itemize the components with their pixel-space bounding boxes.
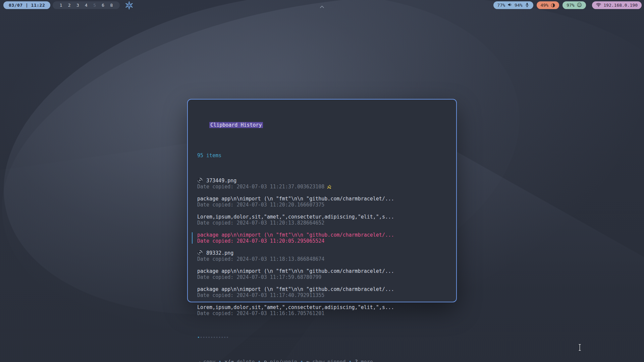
pin-icon xyxy=(324,184,331,190)
page-dot: • xyxy=(223,335,226,340)
brightness-widget[interactable]: 49% ◑ xyxy=(537,1,559,9)
page-dot: • xyxy=(208,335,210,340)
ip-address: 192.168.0.190 xyxy=(603,3,638,8)
workspaces-widget: 1234568 xyxy=(53,1,120,9)
battery-widget[interactable]: 97% ☺ xyxy=(562,1,586,9)
status-bar: 03/07 | 11:22 1234568 77% 94% xyxy=(0,0,644,10)
workspace-5[interactable]: 5 xyxy=(93,3,96,8)
help-key: ⇆ xyxy=(306,359,309,362)
help-separator: • xyxy=(346,359,355,362)
speaker-icon xyxy=(507,2,512,8)
status-widgets: 77% 94% 49% ◑ 97% ☺ 192.168.0.190 xyxy=(493,1,642,9)
help-separator: • xyxy=(255,359,264,362)
clipboard-item[interactable]: package app\n\nimport (\n "fmt"\n\n "git… xyxy=(197,232,448,244)
volume-value: 77% xyxy=(497,3,505,8)
page-dot: • xyxy=(213,335,216,340)
workspace-4[interactable]: 4 xyxy=(85,3,88,8)
help-key: ↵ xyxy=(197,359,200,362)
item-text: Lorem,ipsum,dolor,sit,"amet,",consectetu… xyxy=(197,304,394,310)
help-label: show pinned xyxy=(309,359,345,362)
clock-label: 03/07 | 11:22 xyxy=(9,3,45,8)
wifi-icon xyxy=(596,3,601,8)
help-separator: • xyxy=(297,359,306,362)
nix-snowflake-icon[interactable] xyxy=(125,1,133,10)
item-text: Lorem,ipsum,dolor,sit,"amet,",consectetu… xyxy=(197,214,394,220)
battery-face-icon: ☺ xyxy=(577,3,582,8)
brightness-icon: ◑ xyxy=(551,3,555,8)
clipboard-window: Clipboard History 95 items 373449.pngDat… xyxy=(187,99,457,302)
item-text: 89332.png xyxy=(206,250,233,256)
image-file-icon xyxy=(197,178,206,184)
microphone-icon xyxy=(525,2,529,8)
mic-level-value: 94% xyxy=(515,3,522,8)
clipboard-item[interactable]: 373449.pngDate copied: 2024-07-03 11:21:… xyxy=(197,178,448,190)
help-key: ? xyxy=(355,359,358,362)
items-count: 95 items xyxy=(197,153,448,159)
item-date: Date copied: 2024-07-03 11:20:20.1666073… xyxy=(197,202,324,208)
help-label: delete xyxy=(233,359,255,362)
clipboard-item[interactable]: Lorem,ipsum,dolor,sit,"amet,",consectetu… xyxy=(197,304,448,316)
battery-value: 97% xyxy=(567,3,574,8)
item-date: Date copied: 2024-07-03 11:17:59.6878079… xyxy=(197,274,321,280)
workspace-6[interactable]: 6 xyxy=(102,3,104,8)
help-label: more xyxy=(358,359,373,362)
help-bar: ↵ copy • x/⌫ delete • p pin/unpin • ⇆ sh… xyxy=(197,359,448,362)
page-dot: • xyxy=(200,335,203,340)
help-key: x/⌫ xyxy=(224,359,233,362)
item-date: Date copied: 2024-07-03 11:18:13.8668486… xyxy=(197,256,324,262)
image-file-icon xyxy=(197,250,206,256)
brightness-value: 49% xyxy=(541,3,548,8)
help-label: copy xyxy=(200,359,215,362)
item-text: 373449.png xyxy=(206,178,236,184)
page-dot: • xyxy=(226,335,229,340)
ibeam-cursor xyxy=(578,344,582,352)
clipboard-item[interactable]: Lorem,ipsum,dolor,sit,"amet,",consectetu… xyxy=(197,214,448,226)
page-dot: • xyxy=(210,335,213,340)
help-separator: • xyxy=(215,359,224,362)
workspace-3[interactable]: 3 xyxy=(76,3,79,8)
page-dot: • xyxy=(216,335,218,340)
clipboard-item[interactable]: package app\n\nimport (\n "fmt"\n\n "git… xyxy=(197,196,448,208)
clock-widget[interactable]: 03/07 | 11:22 xyxy=(3,1,50,9)
chevron-up-icon[interactable] xyxy=(320,3,324,6)
clipboard-item[interactable]: package app\n\nimport (\n "fmt"\n\n "git… xyxy=(197,286,448,298)
item-date: Date copied: 2024-07-03 11:21:37.0036231… xyxy=(197,184,324,190)
workspace-8[interactable]: 8 xyxy=(110,3,113,8)
item-date: Date copied: 2024-07-03 11:16:16.7057612… xyxy=(197,310,324,316)
workspace-2[interactable]: 2 xyxy=(68,3,71,8)
help-key: p xyxy=(264,359,267,362)
network-widget[interactable]: 192.168.0.190 xyxy=(592,1,642,9)
item-text: package app\n\nimport (\n "fmt"\n\n "git… xyxy=(197,196,394,202)
workspace-1[interactable]: 1 xyxy=(60,3,62,8)
clipboard-item[interactable]: 89332.pngDate copied: 2024-07-03 11:18:1… xyxy=(197,250,448,262)
item-text: package app\n\nimport (\n "fmt"\n\n "git… xyxy=(197,268,394,274)
item-text: package app\n\nimport (\n "fmt"\n\n "git… xyxy=(197,232,394,238)
clipboard-list: 373449.pngDate copied: 2024-07-03 11:21:… xyxy=(197,178,448,316)
audio-widget[interactable]: 77% 94% xyxy=(493,1,533,9)
item-date: Date copied: 2024-07-03 11:20:13.8286646… xyxy=(197,220,324,226)
pagination-dots: •••••••••••• xyxy=(197,335,448,341)
item-text: package app\n\nimport (\n "fmt"\n\n "git… xyxy=(197,286,394,292)
page-dot: • xyxy=(197,335,200,340)
item-date: Date copied: 2024-07-03 11:17:40.7929113… xyxy=(197,292,324,298)
help-label: pin/unpin xyxy=(267,359,297,362)
window-title: Clipboard History xyxy=(209,122,263,128)
clipboard-item[interactable]: package app\n\nimport (\n "fmt"\n\n "git… xyxy=(197,268,448,280)
item-date: Date copied: 2024-07-03 11:20:05.2950655… xyxy=(197,238,324,244)
